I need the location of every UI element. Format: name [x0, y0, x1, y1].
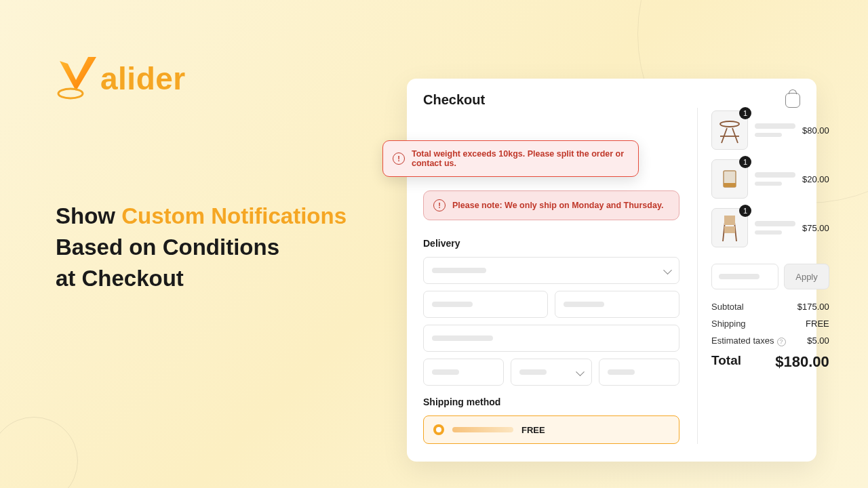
- line-item-price: $20.00: [802, 174, 829, 184]
- svg-line-2: [732, 128, 738, 143]
- shopping-bag-icon[interactable]: [785, 93, 800, 108]
- city-input[interactable]: [423, 359, 504, 386]
- shipping-method-label: Shipping method: [423, 396, 679, 407]
- state-select[interactable]: [511, 359, 591, 386]
- info-icon[interactable]: ?: [777, 338, 786, 346]
- svg-rect-9: [724, 226, 735, 233]
- svg-rect-6: [724, 183, 736, 187]
- shipping-option-price: FREE: [521, 425, 545, 435]
- checkout-form-column: ! Total weight exceeds 10kgs. Please spl…: [423, 140, 679, 444]
- summary-shipping-row: Shipping FREE: [711, 319, 829, 329]
- summary-tax-row: Estimated taxes? $5.00: [711, 336, 829, 346]
- quantity-badge: 1: [739, 107, 751, 119]
- summary-label: Shipping: [711, 319, 746, 329]
- brand-logo: alider: [56, 54, 186, 103]
- tagline-highlight: Custom Notifications: [121, 203, 347, 228]
- validation-alert: ! Total weight exceeds 10kgs. Please spl…: [382, 140, 639, 177]
- checkout-header: Checkout: [423, 92, 800, 108]
- tagline-text: Based on Conditions: [56, 235, 279, 260]
- alert-icon: !: [433, 199, 446, 211]
- quantity-badge: 1: [739, 156, 751, 168]
- delivery-section-label: Delivery: [423, 238, 679, 249]
- summary-label: Subtotal: [711, 302, 744, 312]
- summary-label: Estimated taxes?: [711, 336, 786, 346]
- tagline-text: at Checkout: [56, 266, 184, 291]
- shipping-option[interactable]: FREE: [423, 415, 679, 444]
- brand-name: alider: [100, 60, 186, 97]
- zip-input[interactable]: [599, 359, 679, 386]
- alert-message: Please note: We only ship on Monday and …: [452, 201, 663, 210]
- alert-message: Total weight exceeds 10kgs. Please split…: [412, 149, 629, 168]
- svg-line-1: [722, 128, 727, 143]
- product-thumbnail: 1: [711, 159, 748, 199]
- order-summary-column: 1 $80.00 1 $20.00 1 $75.00: [697, 108, 829, 444]
- radio-selected-icon: [433, 424, 444, 435]
- total-amount: $180.00: [775, 353, 829, 371]
- cart-line-item: 1 $80.00: [711, 110, 829, 150]
- alert-icon: !: [393, 152, 405, 165]
- summary-total-row: Total $180.00: [711, 353, 829, 371]
- total-label: Total: [711, 353, 741, 371]
- summary-value: $5.00: [807, 336, 829, 346]
- summary-subtotal-row: Subtotal $175.00: [711, 302, 829, 312]
- product-thumbnail: 1: [711, 208, 748, 247]
- address-input[interactable]: [423, 325, 679, 352]
- shipping-option-name: [452, 427, 513, 432]
- summary-value: FREE: [806, 319, 829, 329]
- line-item-price: $80.00: [802, 125, 829, 136]
- svg-point-0: [58, 89, 83, 98]
- product-thumbnail: 1: [711, 110, 748, 150]
- tagline-text: Show: [56, 203, 121, 228]
- cart-line-item: 1 $20.00: [711, 159, 829, 199]
- quantity-badge: 1: [739, 205, 751, 217]
- country-select[interactable]: [423, 257, 679, 284]
- svg-point-4: [720, 121, 739, 127]
- info-alert: ! Please note: We only ship on Monday an…: [423, 190, 679, 220]
- logo-mark: [56, 54, 99, 103]
- line-item-price: $75.00: [802, 223, 829, 233]
- decorative-circle: [0, 417, 78, 488]
- first-name-input[interactable]: [423, 291, 548, 318]
- last-name-input[interactable]: [555, 291, 679, 318]
- cart-line-item: 1 $75.00: [711, 208, 829, 247]
- summary-value: $175.00: [797, 302, 829, 312]
- checkout-panel: Checkout ! Total weight exceeds 10kgs. P…: [407, 79, 816, 462]
- marketing-tagline: Show Custom Notifications Based on Condi…: [56, 201, 347, 295]
- svg-rect-10: [724, 216, 735, 225]
- apply-promo-button[interactable]: Apply: [784, 264, 829, 289]
- checkout-title: Checkout: [423, 92, 485, 108]
- promo-code-input[interactable]: [711, 264, 778, 289]
